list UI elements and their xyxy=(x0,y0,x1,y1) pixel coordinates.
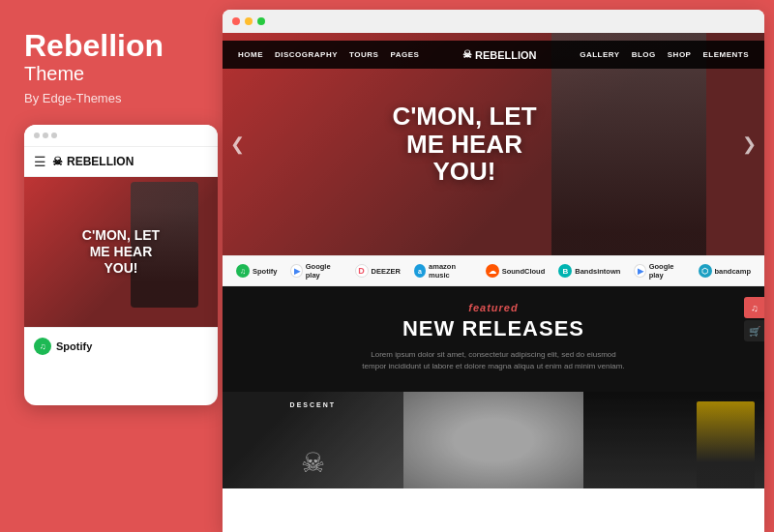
streaming-amazon[interactable]: a amazon music xyxy=(414,262,472,280)
streaming-deezer[interactable]: D DEEZER xyxy=(355,264,401,278)
skull-album-icon: ☠ xyxy=(301,447,325,479)
mobile-dot-3 xyxy=(51,133,57,138)
theme-subtitle: Theme xyxy=(24,63,198,85)
by-line: By Edge-Themes xyxy=(24,91,198,105)
site-nav-logo: ☠ REBELLION xyxy=(462,48,537,61)
hero-next-button[interactable]: ❯ xyxy=(742,133,757,155)
browser-dot-yellow xyxy=(245,17,253,25)
googleplay2-icon: ▶ xyxy=(634,264,645,278)
mobile-nav-bar: ☰ ☠ REBELLION xyxy=(24,147,218,177)
nav-item-shop[interactable]: SHOP xyxy=(668,50,692,59)
browser-chrome xyxy=(223,10,764,33)
mobile-logo: ☠ REBELLION xyxy=(52,155,134,168)
browser-dot-red xyxy=(232,17,240,25)
streaming-bar: ♫ Spotify ▶ Google play D DEEZER a amazo… xyxy=(223,255,764,286)
amazon-icon: a xyxy=(414,264,426,278)
nav-item-blog[interactable]: BLOG xyxy=(632,50,656,59)
hamburger-icon[interactable]: ☰ xyxy=(34,154,46,169)
mobile-dot-1 xyxy=(34,133,40,138)
featured-description: Lorem ipsum dolor sit amet, consectetur … xyxy=(358,349,629,372)
hero-text: C'MON, LET ME HEAR YOU! xyxy=(392,103,536,186)
nav-item-home[interactable]: HOME xyxy=(238,50,263,59)
featured-section: featured NEW RELEASES Lorem ipsum dolor … xyxy=(223,286,764,392)
featured-label: featured xyxy=(242,302,745,313)
deezer-icon: D xyxy=(355,264,369,278)
mobile-mockup: ☰ ☠ REBELLION C'MON, LET ME HEAR YOU! ♫ … xyxy=(24,125,218,405)
nav-item-elements[interactable]: ELEMENTS xyxy=(702,50,749,59)
side-cart-button[interactable]: 🛒 xyxy=(744,320,764,341)
streaming-googleplay-2[interactable]: ▶ Google play xyxy=(634,262,684,280)
mobile-hero-text: C'MON, LET ME HEAR YOU! xyxy=(82,227,160,276)
bandsintown-icon: B xyxy=(558,264,572,278)
spotify-icon: ♫ xyxy=(34,338,51,355)
album-thumb-2[interactable] xyxy=(403,392,584,488)
album-label-descent: DESCENT xyxy=(223,401,403,408)
nav-item-discography[interactable]: DISCOGRAPHY xyxy=(275,50,338,59)
album-thumb-1[interactable]: DESCENT ☠ xyxy=(223,392,403,488)
skull-icon: ☠ xyxy=(52,155,63,168)
site-nav-right: GALLERY BLOG SHOP ELEMENTS xyxy=(580,50,749,59)
streaming-spotify[interactable]: ♫ Spotify xyxy=(236,264,277,278)
hero-prev-button[interactable]: ❮ xyxy=(230,133,245,155)
soundcloud-icon: ☁ xyxy=(486,264,499,278)
bandcamp-icon: ⬡ xyxy=(699,264,712,278)
left-panel: Rebellion Theme By Edge-Themes ☰ ☠ REBEL… xyxy=(0,0,223,532)
mobile-hero: C'MON, LET ME HEAR YOU! xyxy=(24,177,218,327)
site-skull-icon: ☠ xyxy=(462,48,472,61)
site-nav-left: HOME DISCOGRAPHY TOURS PAGES xyxy=(238,50,419,59)
streaming-bandcamp[interactable]: ⬡ bandcamp xyxy=(699,264,752,278)
mobile-top-bar xyxy=(24,125,218,147)
theme-title: Rebellion xyxy=(24,29,198,63)
spotify-label: Spotify xyxy=(56,340,92,352)
streaming-soundcloud[interactable]: ☁ SoundCloud xyxy=(486,264,546,278)
nav-item-gallery[interactable]: GALLERY xyxy=(580,50,619,59)
googleplay-icon: ▶ xyxy=(290,264,302,278)
hair-figure xyxy=(697,401,755,488)
browser-dot-green xyxy=(257,17,265,25)
featured-title: NEW RELEASES xyxy=(242,316,745,341)
side-buttons: ♫ 🛒 xyxy=(744,297,764,341)
site-nav: HOME DISCOGRAPHY TOURS PAGES ☠ REBELLION… xyxy=(223,41,764,69)
album-row: DESCENT ☠ xyxy=(223,392,764,488)
side-music-button[interactable]: ♫ xyxy=(744,297,764,318)
streaming-googleplay-1[interactable]: ▶ Google play xyxy=(290,262,341,280)
mobile-dots xyxy=(34,133,57,138)
streaming-bandsintown[interactable]: B Bandsintown xyxy=(558,264,620,278)
nav-item-pages[interactable]: PAGES xyxy=(390,50,419,59)
browser-mockup: HOME DISCOGRAPHY TOURS PAGES ☠ REBELLION… xyxy=(223,10,764,532)
nav-item-tours[interactable]: TOURS xyxy=(349,50,378,59)
spotify-streaming-icon: ♫ xyxy=(236,264,250,278)
album-thumb-3[interactable] xyxy=(583,392,764,488)
mobile-footer: ♫ Spotify xyxy=(24,327,218,365)
mobile-dot-2 xyxy=(43,133,48,138)
